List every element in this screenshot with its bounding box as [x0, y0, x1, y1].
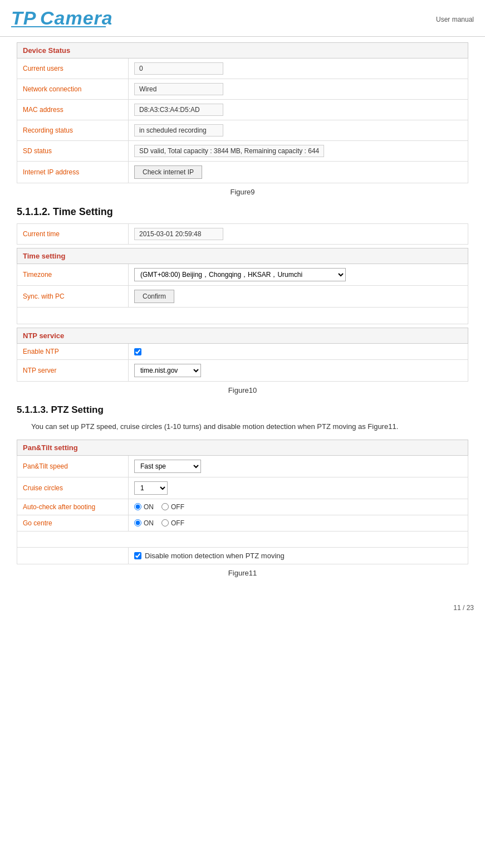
auto-check-off-option: OFF — [161, 503, 184, 511]
ntp-server-select[interactable]: time.nist.gov — [134, 364, 201, 377]
auto-check-label: Auto-check after booting — [17, 499, 129, 515]
logo-text: TP Camera — [11, 14, 111, 32]
page-number: 11 / 23 — [0, 598, 485, 617]
svg-text:TP: TP — [11, 7, 36, 28]
timezone-row: Timezone (GMT+08:00) Beijing，Chongqing，H… — [17, 264, 468, 286]
recording-status-field: in scheduled recording — [134, 124, 223, 136]
enable-ntp-value — [129, 344, 468, 360]
go-centre-off-option: OFF — [161, 519, 184, 527]
network-connection-label: Network connection — [17, 79, 129, 100]
enable-ntp-checkbox[interactable] — [134, 348, 141, 355]
auto-check-radio-group: ON OFF — [134, 503, 462, 511]
auto-check-on-radio[interactable] — [134, 503, 141, 510]
manual-label: User manual — [436, 16, 474, 23]
go-centre-on-option: ON — [134, 519, 154, 527]
auto-check-row: Auto-check after booting ON OFF — [17, 499, 468, 515]
confirm-button[interactable]: Confirm — [134, 290, 174, 303]
go-centre-on-radio[interactable] — [134, 519, 141, 526]
time-setting-heading: 5.1.1.2. Time Setting — [17, 206, 468, 218]
recording-status-row: Recording status in scheduled recording — [17, 120, 468, 141]
pan-tilt-speed-label: Pan&Tilt speed — [17, 455, 129, 477]
disable-motion-label-cell — [17, 547, 129, 564]
sd-status-row: SD status SD valid, Total capacity : 384… — [17, 141, 468, 162]
ntp-service-table: NTP service Enable NTP NTP server time.n… — [17, 328, 468, 382]
current-users-field: 0 — [134, 62, 223, 75]
timezone-label: Timezone — [17, 264, 129, 286]
cruise-circles-label: Cruise circles — [17, 477, 129, 499]
current-users-row: Current users 0 — [17, 58, 468, 79]
internet-ip-label: Internet IP address — [17, 162, 129, 183]
spacer-row — [17, 308, 468, 324]
device-status-title: Device Status — [17, 43, 468, 58]
enable-ntp-checkbox-cell — [134, 348, 462, 355]
ntp-server-value-cell: time.nist.gov — [129, 360, 468, 382]
auto-check-on-option: ON — [134, 503, 154, 511]
page-header: TP Camera User manual — [0, 0, 485, 37]
logo: TP Camera — [11, 6, 111, 33]
go-centre-label: Go centre — [17, 515, 129, 531]
timezone-select[interactable]: (GMT+08:00) Beijing，Chongqing，HKSAR，Urum… — [134, 268, 346, 281]
cruise-circles-row: Cruise circles 1 — [17, 477, 468, 499]
figure9-caption: Figure9 — [17, 188, 468, 196]
current-time-field: 2015-03-01 20:59:48 — [134, 228, 223, 240]
enable-ntp-label: Enable NTP — [17, 344, 129, 360]
sync-with-pc-row: Sync. with PC Confirm — [17, 286, 468, 308]
auto-check-on-label: ON — [144, 503, 154, 511]
pan-tilt-speed-row: Pan&Tilt speed Fast spe — [17, 455, 468, 477]
auto-check-off-label: OFF — [171, 503, 184, 511]
internet-ip-value: Check internet IP — [129, 162, 468, 183]
ptz-body-text: You can set up PTZ speed, cruise circles… — [17, 421, 468, 433]
disable-motion-label: Disable motion detection when PTZ moving — [145, 552, 285, 560]
mac-address-field: D8:A3:C3:A4:D5:AD — [134, 104, 223, 116]
go-centre-off-radio[interactable] — [161, 519, 169, 526]
cruise-circles-select[interactable]: 1 — [134, 481, 168, 495]
pan-tilt-speed-value: Fast spe — [129, 455, 468, 477]
go-centre-radio-group: ON OFF — [134, 519, 462, 527]
sd-status-label: SD status — [17, 141, 129, 162]
mac-address-label: MAC address — [17, 100, 129, 120]
disable-motion-checkbox[interactable] — [134, 552, 141, 559]
ntp-server-row: NTP server time.nist.gov — [17, 360, 468, 382]
ptz-spacer-row — [17, 531, 468, 547]
current-time-row: Current time 2015-03-01 20:59:48 — [17, 224, 468, 245]
ptz-spacer-cell — [17, 531, 468, 547]
ptz-setting-table: Pan&Tilt setting Pan&Tilt speed Fast spe… — [17, 440, 468, 564]
device-status-table: Device Status Current users 0 Network co… — [17, 42, 468, 183]
ntp-server-label: NTP server — [17, 360, 129, 382]
disable-motion-checkbox-cell: Disable motion detection when PTZ moving — [134, 552, 462, 560]
check-internet-ip-button[interactable]: Check internet IP — [134, 165, 202, 179]
auto-check-value: ON OFF — [129, 499, 468, 515]
disable-motion-row: Disable motion detection when PTZ moving — [17, 547, 468, 564]
spacer-cell — [17, 308, 468, 324]
logo-svg: TP Camera — [11, 6, 111, 29]
page-body: Device Status Current users 0 Network co… — [0, 37, 485, 598]
pan-tilt-speed-select[interactable]: Fast spe — [134, 460, 201, 473]
current-time-value-cell: 2015-03-01 20:59:48 — [129, 224, 468, 245]
sd-status-field: SD valid, Total capacity : 3844 MB, Rema… — [134, 145, 324, 157]
svg-text:Camera: Camera — [40, 7, 111, 28]
recording-status-value: in scheduled recording — [129, 120, 468, 141]
go-centre-off-label: OFF — [171, 519, 184, 527]
time-setting-table: Time setting Timezone (GMT+08:00) Beijin… — [17, 248, 468, 324]
go-centre-value: ON OFF — [129, 515, 468, 531]
recording-status-label: Recording status — [17, 120, 129, 141]
current-time-label: Current time — [17, 224, 129, 245]
go-centre-row: Go centre ON OFF — [17, 515, 468, 531]
auto-check-off-radio[interactable] — [161, 503, 169, 510]
current-users-value: 0 — [129, 58, 468, 79]
time-setting-title: Time setting — [17, 248, 468, 264]
figure11-caption: Figure11 — [17, 569, 468, 577]
network-connection-value: Wired — [129, 79, 468, 100]
network-connection-row: Network connection Wired — [17, 79, 468, 100]
enable-ntp-row: Enable NTP — [17, 344, 468, 360]
sync-with-pc-label: Sync. with PC — [17, 286, 129, 308]
time-setting-header-row: Time setting — [17, 248, 468, 264]
ptz-header-row: Pan&Tilt setting — [17, 440, 468, 455]
sync-with-pc-value: Confirm — [129, 286, 468, 308]
ntp-header-row: NTP service — [17, 328, 468, 344]
sd-status-value: SD valid, Total capacity : 3844 MB, Rema… — [129, 141, 468, 162]
device-status-header-row: Device Status — [17, 43, 468, 58]
ntp-section-title: NTP service — [17, 328, 468, 344]
mac-address-value: D8:A3:C3:A4:D5:AD — [129, 100, 468, 120]
current-users-label: Current users — [17, 58, 129, 79]
